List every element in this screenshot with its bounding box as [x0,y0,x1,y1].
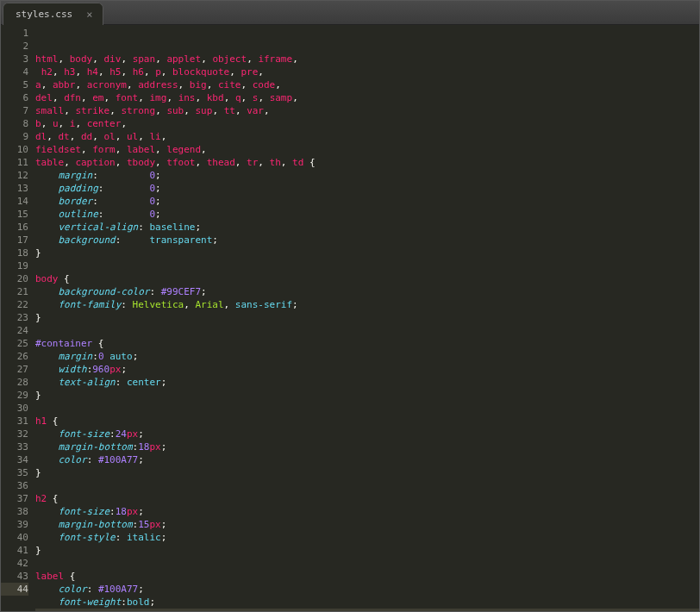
token-punc: ; [155,196,161,207]
code-line[interactable]: } [35,389,699,402]
token-kw: auto [109,351,133,362]
token-tag: body [35,273,59,284]
token-tag: label [127,144,155,155]
code-line[interactable]: margin:0 auto; [35,350,699,363]
code-line[interactable]: margin-bottom:18px; [35,440,699,453]
code-line[interactable]: font-size:24px; [35,428,699,440]
token-punc: , [53,92,64,103]
code-line[interactable]: } [35,466,699,479]
token-punc: , [64,105,75,116]
token-punc: , [116,131,127,142]
token-tag: acronym [87,79,127,91]
code-line[interactable] [35,259,699,272]
token-punc: ; [155,209,161,220]
code-line[interactable]: } [35,609,699,611]
token-punc: , [184,105,195,116]
code-line[interactable]: background: transparent; [35,234,699,247]
close-icon[interactable]: × [86,9,92,20]
token-val: 960 [92,364,109,375]
code-line[interactable]: html, body, div, span, applet, object, i… [35,53,699,66]
token-punc: , [235,157,247,168]
code-line[interactable]: color: #100A77; [35,453,699,466]
code-line[interactable]: label { [35,570,699,583]
code-line[interactable]: dl, dt, dd, ol, ul, li, [35,130,699,143]
code-line[interactable]: b, u, i, center, [35,117,699,130]
code-line[interactable]: outline: 0; [35,208,699,221]
token-punc: : [87,584,98,595]
scrollbar[interactable] [687,25,699,611]
code-line[interactable]: font-style: italic; [35,531,699,544]
token-punc: , [104,92,116,103]
line-number: 20 [1,272,28,285]
editor-area[interactable]: 1234567891011121314151617181920212223242… [1,25,699,611]
token-punc: { [47,493,58,504]
code-line[interactable]: a, abbr, acronym, address, big, cite, co… [35,78,699,91]
token-prop: color [59,584,87,595]
token-punc: , [41,79,53,91]
token-guide [35,596,59,608]
code-line[interactable]: h2 { [35,492,699,505]
code-line[interactable]: padding: 0; [35,182,699,195]
code-line[interactable]: } [35,544,699,557]
token-kw: bold [127,596,150,608]
token-tag: body [70,53,93,65]
code-area[interactable]: html, body, div, span, applet, object, i… [35,25,699,611]
token-punc: : [121,596,127,608]
code-line[interactable]: } [35,247,699,259]
code-line[interactable] [35,479,699,492]
line-number: 44 [1,583,28,596]
code-line[interactable] [35,557,699,570]
code-line[interactable]: font-size:18px; [35,505,699,518]
code-line[interactable]: margin-bottom:15px; [35,518,699,531]
code-line[interactable]: text-align: center; [35,376,699,389]
code-line[interactable]: margin: 0; [35,169,699,182]
code-line[interactable]: h1 { [35,415,699,428]
token-val: 18 [138,441,149,453]
token-tag: code [253,79,276,91]
code-line[interactable]: border: 0; [35,195,699,208]
token-prop: color [59,454,87,465]
token-punc: , [92,131,103,142]
code-line[interactable]: small, strike, strong, sub, sup, tt, var… [35,104,699,117]
token-guide [35,286,59,297]
code-line[interactable]: } [35,311,699,324]
code-line[interactable]: body { [35,272,699,285]
token-val: 24 [116,428,127,440]
token-tag: small [35,105,64,116]
code-line[interactable]: font-family: Helvetica, Arial, sans-seri… [35,298,699,311]
code-line[interactable] [35,402,699,415]
token-tag: dl [35,131,47,142]
code-line[interactable]: del, dfn, em, font, img, ins, kbd, q, s,… [35,91,699,104]
token-punc: , [281,157,292,168]
line-number: 35 [1,466,28,479]
code-line[interactable] [35,324,699,337]
code-line[interactable]: font-weight:bold; [35,596,699,609]
token-punc: , [70,131,81,142]
token-punc: , [258,92,269,103]
code-line[interactable]: table, caption, tbody, tfoot, thead, tr,… [35,156,699,169]
code-line[interactable]: color: #100A77; [35,583,699,596]
token-tag: h3 [64,66,75,78]
token-punc: ; [201,286,207,297]
code-line[interactable]: #container { [35,337,699,350]
tab-styles-css[interactable]: styles.css × [3,3,103,25]
token-punc: ; [138,454,144,465]
token-guide [35,170,59,181]
code-line[interactable]: width:960px; [35,363,699,376]
token-punc: , [161,66,172,78]
code-line[interactable]: h2, h3, h4, h5, h6, p, blockquote, pre, [35,66,699,78]
token-punc: , [121,53,132,65]
line-number: 19 [1,259,28,272]
code-line[interactable]: vertical-align: baseline; [35,221,699,234]
token-guide [35,506,59,517]
token-tag: ul [127,131,138,142]
token-kw: sans-serif [235,299,292,310]
code-line[interactable]: fieldset, form, label, legend, [35,143,699,156]
token-punc: , [81,92,92,103]
token-tag: div [104,53,122,65]
token-prop: font-family [59,299,122,310]
code-line[interactable]: background-color: #99CEF7; [35,285,699,298]
line-number: 31 [1,415,28,428]
token-punc: { [47,415,58,427]
token-punc: ; [133,351,139,362]
